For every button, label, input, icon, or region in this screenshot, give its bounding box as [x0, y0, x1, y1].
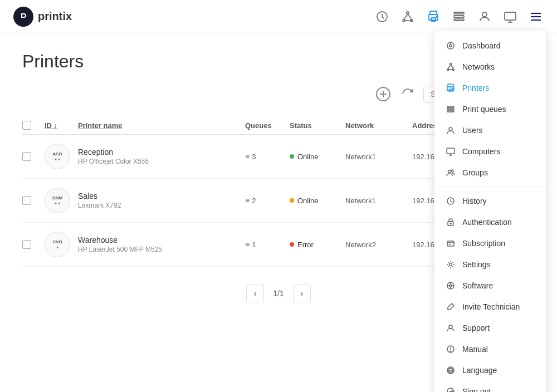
dropdown-menu: Dashboard Networks Printers [434, 31, 546, 320]
svg-rect-38 [447, 106, 454, 107]
menu-item-invite-technician[interactable]: Invite Technician [434, 296, 546, 317]
svg-point-15 [482, 12, 487, 17]
authentication-menu-icon [446, 217, 456, 227]
svg-point-49 [450, 223, 451, 224]
menu-item-print-queues[interactable]: Print queues [434, 99, 546, 120]
svg-point-45 [448, 170, 451, 173]
next-page-button[interactable]: › [293, 285, 311, 302]
menu-label-networks: Networks [462, 62, 495, 71]
invite-technician-menu-icon [446, 302, 456, 312]
user-nav-icon[interactable] [477, 9, 492, 24]
menu-label-software: Software [462, 281, 493, 290]
logo-icon[interactable] [13, 7, 33, 27]
svg-point-28 [450, 63, 452, 65]
menu-item-groups[interactable]: Groups [434, 162, 546, 183]
prev-page-button[interactable]: ‹ [246, 285, 264, 302]
menu-label-invite-technician: Invite Technician [462, 302, 520, 311]
svg-rect-42 [447, 148, 455, 154]
svg-point-53 [449, 263, 452, 266]
svg-point-11 [436, 16, 437, 17]
svg-rect-10 [431, 18, 436, 21]
row-name-2[interactable]: Sales Lexmark X792 [78, 192, 245, 209]
svg-rect-12 [454, 12, 464, 14]
menu-item-authentication[interactable]: Authentication [434, 212, 546, 233]
subscription-menu-icon [446, 238, 456, 248]
row-queues-1: ≡ 3 [245, 152, 290, 161]
svg-rect-14 [454, 19, 464, 21]
groups-menu-icon [446, 168, 456, 178]
menu-item-dashboard[interactable]: Dashboard [434, 35, 546, 56]
svg-line-6 [408, 14, 412, 19]
svg-rect-40 [447, 111, 454, 112]
id-column-header[interactable]: ID ↓ [45, 121, 78, 130]
queues-column-header: Queues [245, 121, 290, 130]
status-column-header: Status [290, 121, 345, 130]
menu-item-subscription[interactable]: Subscription [434, 233, 546, 254]
row-name-1[interactable]: Reception HP Officejet Color X555 [78, 148, 245, 165]
add-button[interactable] [374, 85, 392, 103]
row-avatar-2: BNM ● ● [45, 188, 78, 213]
svg-point-46 [451, 170, 453, 172]
app-name: printix [38, 10, 72, 23]
svg-point-2 [407, 12, 409, 14]
menu-label-users: Users [462, 126, 483, 135]
row-checkbox-1[interactable] [22, 152, 45, 161]
row-network-2: Network1 [345, 197, 412, 205]
menu-label-subscription: Subscription [462, 239, 505, 248]
menu-label-history: History [462, 197, 487, 205]
row-network-3: Network2 [345, 241, 412, 249]
svg-rect-39 [447, 109, 454, 110]
svg-rect-16 [505, 12, 516, 20]
menu-item-software[interactable]: Software [434, 275, 546, 296]
users-menu-icon [446, 125, 456, 135]
menu-item-settings[interactable]: Settings [434, 254, 546, 275]
menu-label-dashboard: Dashboard [462, 41, 501, 50]
menu-label-printers: Printers [462, 84, 489, 92]
menu-label-authentication: Authentication [462, 218, 512, 227]
name-column-header[interactable]: Printer name [78, 121, 245, 130]
svg-rect-50 [447, 241, 454, 246]
menu-item-networks[interactable]: Networks [434, 56, 546, 77]
menu-label-computers: Computers [462, 147, 500, 156]
settings-menu-icon [446, 259, 456, 270]
row-avatar-3: CVB ● [45, 232, 78, 257]
clock-nav-icon[interactable] [374, 9, 390, 24]
printqueue-nav-icon[interactable] [451, 9, 467, 24]
svg-line-5 [404, 14, 408, 19]
menu-label-groups: Groups [462, 168, 488, 177]
print-queues-menu-icon [446, 104, 456, 114]
history-menu-icon [446, 196, 456, 206]
row-queues-3: ≡ 1 [245, 240, 290, 249]
refresh-button[interactable] [399, 85, 417, 103]
dashboard-menu-icon [446, 41, 456, 51]
menu-label-print-queues: Print queues [462, 105, 506, 114]
menu-item-printers[interactable]: Printers [434, 77, 546, 99]
row-status-3: Error [290, 241, 345, 249]
row-name-3[interactable]: Warehouse HP LaserJet 500 MFP M525 [78, 236, 245, 253]
printer-nav-icon[interactable] [426, 9, 441, 24]
row-checkbox-2[interactable] [22, 196, 45, 205]
computers-menu-icon [446, 146, 456, 156]
logo-area: printix [13, 7, 72, 27]
menu-item-computers[interactable]: Computers [434, 141, 546, 162]
menu-item-support[interactable]: Support [434, 317, 546, 320]
svg-line-31 [448, 65, 451, 69]
row-status-2: Online [290, 197, 345, 205]
menu-item-users[interactable]: Users [434, 120, 546, 141]
printers-menu-icon [446, 83, 456, 93]
row-status-1: Online [290, 153, 345, 161]
hamburger-menu-icon[interactable] [528, 9, 544, 24]
menu-item-history[interactable]: History [434, 190, 546, 212]
page-info: 1/1 [273, 289, 284, 298]
computer-nav-icon[interactable] [502, 9, 518, 24]
software-menu-icon [446, 281, 456, 291]
network-nav-icon[interactable] [400, 9, 416, 24]
menu-label-settings: Settings [462, 260, 491, 269]
app-header: printix [0, 0, 557, 33]
select-all-checkbox[interactable] [22, 121, 45, 130]
svg-point-41 [449, 128, 452, 131]
networks-menu-icon [446, 62, 456, 72]
row-checkbox-3[interactable] [22, 240, 45, 249]
row-queues-2: ≡ 2 [245, 196, 290, 205]
svg-point-26 [449, 45, 452, 47]
